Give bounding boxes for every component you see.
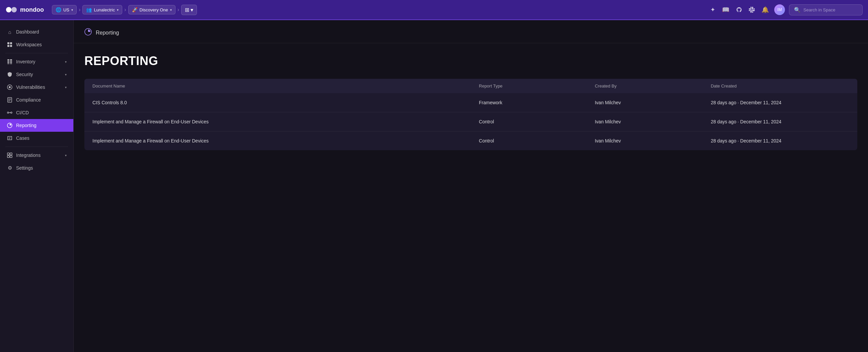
reporting-icon — [7, 122, 13, 128]
workspaces-icon — [7, 41, 13, 48]
avatar[interactable]: IM — [774, 4, 785, 15]
cell-date-created: 28 days ago · December 11, 2024 — [703, 112, 857, 131]
region-label: US — [63, 7, 69, 12]
region-pill[interactable]: 🌐 US ▾ — [52, 5, 77, 14]
table-row[interactable]: Implement and Manage a Firewall on End-U… — [84, 112, 857, 131]
cicd-icon — [7, 110, 13, 116]
sidebar-item-workspaces[interactable]: Workspaces — [0, 38, 73, 51]
cell-date-created: 28 days ago · December 11, 2024 — [703, 131, 857, 150]
col-header-date-created: Date Created — [703, 79, 857, 93]
mondoo-logo-icon — [5, 4, 18, 16]
page-header: Reporting — [74, 20, 868, 43]
breadcrumb-sep-3: › — [178, 7, 179, 13]
cell-created-by: Ivan Milchev — [587, 112, 703, 131]
svg-rect-7 — [10, 59, 12, 61]
topnav: mondoo 🌐 US ▾ › 👥 Lunalectric ▾ › 🚀 Disc… — [0, 0, 868, 20]
grid-chevron-icon: ▾ — [190, 7, 193, 13]
space-chevron-icon: ▾ — [170, 8, 172, 12]
search-bar[interactable]: 🔍 — [789, 4, 863, 16]
breadcrumb-sep-1: › — [79, 7, 81, 13]
svg-point-0 — [6, 7, 11, 12]
sidebar-item-security[interactable]: Security ▾ — [0, 68, 73, 81]
page-big-title: REPORTING — [84, 54, 857, 68]
inventory-chevron-icon: ▾ — [65, 60, 67, 64]
search-icon: 🔍 — [794, 7, 801, 13]
sidebar-item-settings-label: Settings — [16, 165, 33, 171]
sidebar-item-vulnerabilities[interactable]: Vulnerabilities ▾ — [0, 81, 73, 93]
region-chevron-icon: ▾ — [71, 8, 73, 12]
cell-doc-name: CIS Controls 8.0 — [84, 93, 471, 112]
sidebar: ⌂ Dashboard Workspaces Inventory ▾ Secur… — [0, 20, 74, 352]
svg-rect-11 — [10, 63, 12, 64]
sidebar-item-inventory[interactable]: Inventory ▾ — [0, 55, 73, 68]
grid-icon: ⊞ — [185, 7, 189, 13]
topnav-right: ✦ 📖 🔔 IM 🔍 — [709, 4, 863, 16]
col-header-created-by: Created By — [587, 79, 703, 93]
github-button[interactable] — [735, 5, 743, 14]
svg-rect-26 — [10, 155, 12, 157]
svg-rect-8 — [7, 61, 9, 63]
table-row[interactable]: CIS Controls 8.0 Framework Ivan Milchev … — [84, 93, 857, 112]
cell-report-type: Control — [471, 131, 587, 150]
cell-created-by: Ivan Milchev — [587, 131, 703, 150]
svg-point-18 — [7, 112, 9, 113]
breadcrumb-sep-2: › — [124, 7, 126, 13]
page-header-title: Reporting — [96, 30, 119, 36]
integrations-chevron-icon: ▾ — [65, 153, 67, 157]
cell-report-type: Framework — [471, 93, 587, 112]
space-pill[interactable]: 🚀 Discovery One ▾ — [128, 5, 176, 14]
org-pill[interactable]: 👥 Lunalectric ▾ — [82, 5, 122, 14]
sidebar-item-reporting[interactable]: Reporting — [0, 119, 73, 132]
sidebar-item-compliance-label: Compliance — [16, 97, 41, 102]
sidebar-item-security-label: Security — [16, 72, 33, 77]
integrations-icon — [7, 152, 13, 158]
sidebar-item-cicd[interactable]: CI/CD — [0, 106, 73, 119]
vulnerabilities-icon — [7, 84, 13, 90]
svg-point-1 — [11, 7, 17, 12]
search-input[interactable] — [803, 7, 858, 12]
inventory-icon — [7, 59, 13, 65]
sidebar-divider-1 — [5, 53, 68, 53]
cases-icon — [7, 135, 13, 141]
security-icon — [7, 71, 13, 78]
sidebar-item-integrations-label: Integrations — [16, 152, 40, 158]
slack-button[interactable] — [747, 5, 756, 14]
table-row[interactable]: Implement and Manage a Firewall on End-U… — [84, 131, 857, 150]
org-chevron-icon: ▾ — [117, 8, 119, 12]
col-header-doc-name: Document Name — [84, 79, 471, 93]
dashboard-icon: ⌂ — [7, 29, 13, 35]
sidebar-item-settings[interactable]: ⚙ Settings — [0, 162, 73, 174]
sidebar-item-integrations[interactable]: Integrations ▾ — [0, 149, 73, 162]
space-icon: 🚀 — [132, 7, 137, 12]
svg-rect-9 — [10, 61, 12, 63]
cell-date-created: 28 days ago · December 11, 2024 — [703, 93, 857, 112]
svg-rect-4 — [7, 45, 9, 47]
sidebar-item-reporting-label: Reporting — [16, 123, 36, 128]
cell-doc-name: Implement and Manage a Firewall on End-U… — [84, 112, 471, 131]
docs-button[interactable]: 📖 — [721, 5, 731, 15]
cell-created-by: Ivan Milchev — [587, 93, 703, 112]
svg-rect-23 — [7, 153, 9, 155]
sidebar-item-vulnerabilities-label: Vulnerabilities — [16, 85, 45, 90]
vulnerabilities-chevron-icon: ▾ — [65, 86, 67, 89]
svg-rect-5 — [10, 45, 12, 47]
table-body: CIS Controls 8.0 Framework Ivan Milchev … — [84, 93, 857, 150]
notifications-button[interactable]: 🔔 — [760, 5, 770, 15]
svg-rect-25 — [7, 155, 9, 157]
theme-toggle-button[interactable]: ✦ — [709, 5, 717, 15]
page-body: REPORTING Document Name Report Type Crea… — [74, 43, 868, 161]
sidebar-item-cases[interactable]: Cases — [0, 132, 73, 145]
main-content: Reporting REPORTING Document Name Report… — [74, 20, 868, 352]
sidebar-item-dashboard-label: Dashboard — [16, 29, 39, 34]
svg-rect-2 — [7, 42, 9, 44]
table-header-row: Document Name Report Type Created By Dat… — [84, 79, 857, 93]
logo[interactable]: mondoo — [5, 4, 44, 16]
svg-rect-3 — [10, 42, 12, 44]
sidebar-item-dashboard[interactable]: ⌂ Dashboard — [0, 26, 73, 38]
grid-button[interactable]: ⊞ ▾ — [181, 5, 197, 15]
cell-report-type: Control — [471, 112, 587, 131]
space-label: Discovery One — [140, 7, 168, 12]
sidebar-item-compliance[interactable]: Compliance — [0, 93, 73, 106]
logo-text: mondoo — [20, 6, 44, 13]
sidebar-item-inventory-label: Inventory — [16, 59, 35, 64]
